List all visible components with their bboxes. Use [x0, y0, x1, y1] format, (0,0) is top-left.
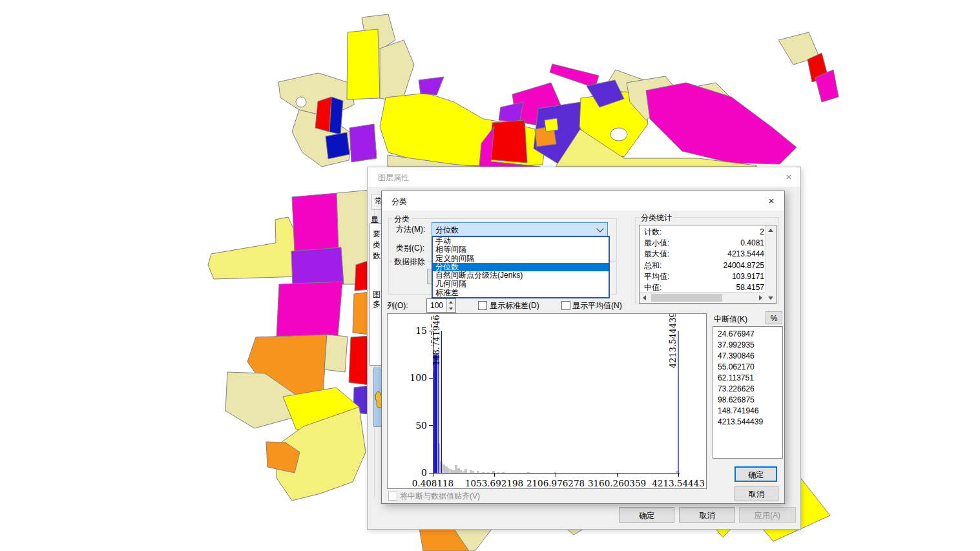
- classification-title: 分类: [391, 196, 407, 207]
- svg-text:4213.54443: 4213.54443: [652, 478, 705, 488]
- lp-ok-button[interactable]: 确定: [619, 507, 674, 523]
- close-icon[interactable]: ×: [765, 194, 778, 207]
- columns-label: 列(O):: [387, 300, 408, 311]
- ok-button[interactable]: 确定: [735, 466, 777, 482]
- snap-checkbox: [388, 492, 397, 501]
- lp-apply-button: 应用(A): [739, 507, 796, 523]
- chevron-down-icon: [596, 225, 603, 232]
- spin-down-icon[interactable]: [449, 307, 453, 310]
- snap-label: 将中断与数据值贴齐(V): [400, 491, 480, 502]
- statistics-box: 计数:2最小值:0.4081最大值:4213.5444总和:24004.8725…: [639, 225, 777, 304]
- break-value-item[interactable]: 62.113751: [713, 373, 782, 384]
- stat-value: 2: [760, 227, 764, 238]
- method-option-3[interactable]: 分位数: [433, 263, 609, 271]
- scroll-left-icon[interactable]: [643, 295, 646, 300]
- show-mean-label: 显示平均值(N): [572, 300, 622, 311]
- symbology-list-item-fragment[interactable]: 要: [373, 229, 381, 240]
- columns-spinner[interactable]: 100: [426, 298, 456, 313]
- statistics-row: 最小值:0.4081: [640, 238, 765, 249]
- method-option-1[interactable]: 相等间隔: [433, 245, 609, 254]
- horizontal-scrollbar[interactable]: [640, 292, 766, 303]
- svg-text:4213.544439: 4213.544439: [668, 314, 678, 368]
- stat-label: 最大值:: [644, 249, 669, 260]
- show-mean-checkbox[interactable]: [561, 301, 570, 310]
- scroll-up-icon[interactable]: [768, 229, 773, 232]
- scroll-right-icon[interactable]: [759, 295, 762, 300]
- stat-label: 总和:: [644, 260, 662, 271]
- break-value-item[interactable]: 37.992935: [713, 340, 782, 351]
- scroll-down-icon[interactable]: [768, 296, 773, 300]
- svg-text:100: 100: [410, 373, 427, 383]
- screen: 图层属性 × 常 显 要类数图多 确定 取消 应用(A) 分类 × 分类 方法(…: [0, 0, 980, 551]
- break-values-label: 中断值(K): [714, 314, 747, 325]
- method-combobox[interactable]: 分位数: [432, 222, 608, 236]
- svg-text:1053.692198: 1053.692198: [465, 478, 523, 488]
- cancel-button[interactable]: 取消: [735, 486, 778, 501]
- svg-text:3160.260359: 3160.260359: [588, 478, 646, 488]
- statistics-legend: 分类统计: [639, 213, 674, 224]
- statistics-row: 最大值:4213.5444: [640, 249, 765, 260]
- method-label: 方法(M):: [396, 224, 425, 235]
- stat-label: 计数:: [644, 227, 662, 238]
- layer-properties-title: 图层属性: [378, 172, 409, 183]
- stat-value: 0.4081: [740, 238, 764, 249]
- stat-label: 平均值:: [644, 271, 669, 282]
- stat-value: 4213.5444: [727, 249, 764, 260]
- data-exclusion-legend: 数据排除: [392, 256, 427, 267]
- percent-button[interactable]: %: [766, 311, 782, 324]
- stat-value: 24004.8725: [724, 260, 764, 271]
- method-option-5[interactable]: 几何间隔: [433, 280, 609, 288]
- statistics-rows: 计数:2最小值:0.4081最大值:4213.5444总和:24004.8725…: [640, 227, 765, 293]
- lp-cancel-button[interactable]: 取消: [679, 507, 735, 523]
- method-option-6[interactable]: 标准差: [433, 289, 609, 297]
- method-dropdown-list[interactable]: 手动相等间隔定义的间隔分位数自然间断点分级法(Jenks)几何间隔标准差: [432, 236, 610, 298]
- spin-up-icon[interactable]: [449, 301, 453, 304]
- break-value-item[interactable]: 4213.544439: [713, 417, 782, 428]
- symbology-list-item-fragment[interactable]: 数: [373, 251, 381, 262]
- histogram-chart: 050100150.4081181053.6921982106.97627831…: [388, 314, 706, 488]
- svg-text:0: 0: [421, 468, 427, 478]
- layer-properties-titlebar[interactable]: 图层属性 ×: [368, 167, 800, 187]
- stat-label: 最小值:: [644, 238, 669, 249]
- show-std-checkbox[interactable]: [478, 301, 487, 310]
- statistics-row: 计数:2: [640, 227, 765, 238]
- break-value-item[interactable]: 73.226626: [713, 384, 782, 395]
- statistics-row: 总和:24004.8725: [640, 260, 765, 271]
- break-value-item[interactable]: 98.626875: [713, 395, 782, 406]
- vertical-scrollbar[interactable]: [765, 225, 776, 303]
- method-option-4[interactable]: 自然间断点分级法(Jenks): [433, 271, 609, 280]
- svg-text:0.408118: 0.408118: [412, 478, 454, 488]
- method-combobox-value: 分位数: [435, 225, 459, 236]
- svg-text:15: 15: [415, 326, 427, 336]
- stat-value: 103.9171: [732, 271, 764, 282]
- show-std-label: 显示标准差(D): [490, 300, 539, 311]
- break-value-item[interactable]: 55.062170: [713, 362, 782, 373]
- svg-text:148.741946: 148.741946: [432, 315, 441, 366]
- break-value-item[interactable]: 47.390846: [713, 351, 782, 362]
- classification-dialog: 分类 × 分类 方法(M): 分位数 类别(C): 数据排除 手动相等间隔定义的…: [381, 191, 785, 504]
- classification-titlebar[interactable]: 分类 ×: [382, 191, 784, 211]
- histogram-panel[interactable]: 050100150.4081181053.6921982106.97627831…: [387, 313, 707, 489]
- classification-group-legend: 分类: [392, 214, 412, 225]
- break-values-list[interactable]: 24.67694737.99293547.39084655.06217062.1…: [713, 326, 783, 459]
- break-value-item[interactable]: 148.741946: [713, 406, 782, 417]
- break-value-item[interactable]: 24.676947: [713, 329, 782, 340]
- svg-text:2106.976278: 2106.976278: [526, 478, 585, 488]
- symbology-list-item-fragment[interactable]: 类: [373, 240, 381, 251]
- svg-text:50: 50: [415, 421, 427, 431]
- spinner-buttons[interactable]: [446, 299, 455, 312]
- method-option-0[interactable]: 手动: [433, 237, 609, 245]
- symbology-list-item-fragment[interactable]: 多: [373, 299, 381, 310]
- classes-label: 类别(C):: [396, 243, 424, 254]
- close-icon[interactable]: ×: [782, 171, 795, 183]
- scrollbar-thumb[interactable]: [651, 294, 722, 302]
- columns-value[interactable]: 100: [430, 301, 443, 310]
- statistics-row: 平均值:103.9171: [640, 271, 765, 282]
- method-option-2[interactable]: 定义的间隔: [433, 255, 609, 263]
